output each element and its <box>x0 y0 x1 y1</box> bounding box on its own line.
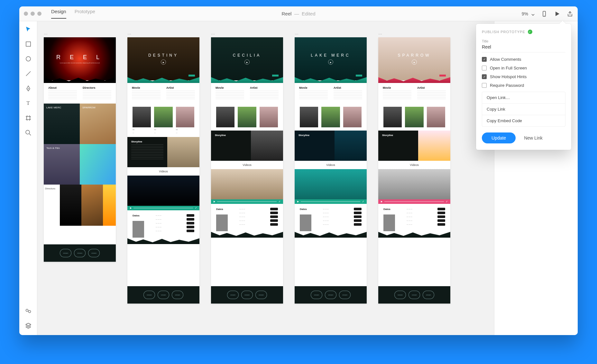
hero-cta[interactable] <box>272 75 279 77</box>
laurel-icon: WINNER <box>325 291 336 299</box>
artboard-home[interactable]: R E E L Lorem ipsum dolor sit amet conse… <box>44 37 116 262</box>
artboard-sparrow[interactable]: SPARROW▶ MovieArtist Storyline Videos ▶⤢… <box>378 37 450 304</box>
document-title: Reel — Edited <box>281 11 315 16</box>
dates-section: Dates— — —— — —— — —— — —— — — <box>295 204 367 235</box>
design-canvas[interactable]: … R E E L Lorem ipsum dolor sit amet con… <box>37 21 494 335</box>
play-icon[interactable]: ▶ <box>244 59 250 65</box>
minimize-dot[interactable] <box>31 12 35 16</box>
zoom-dropdown[interactable]: 9% <box>522 11 535 16</box>
cast-row <box>378 104 450 131</box>
published-check-icon: ✓ <box>528 30 532 34</box>
fullscreen-checkbox[interactable]: Open in Full Screen <box>482 66 565 70</box>
hotspot-hints-checkbox[interactable]: ✓Show Hotspot Hints <box>482 74 565 79</box>
open-link-item[interactable]: Open Link… <box>482 92 565 104</box>
ellipse-tool-icon[interactable] <box>25 55 32 62</box>
videos-heading: Videos <box>211 161 283 169</box>
checkbox-label: Require Password <box>490 83 524 88</box>
artboard-label[interactable]: … <box>127 31 199 35</box>
grid-thumb[interactable]: Tech & Film <box>44 144 80 185</box>
artist-heading: Artist <box>166 86 195 89</box>
pen-tool-icon[interactable] <box>25 85 32 92</box>
allow-comments-checkbox[interactable]: ✓Allow Comments <box>482 57 565 62</box>
dates-heading: Dates <box>300 208 319 211</box>
close-dot[interactable] <box>24 12 28 16</box>
link-actions-list: Open Link… Copy Link Copy Embed Code <box>482 92 565 127</box>
grid-thumb[interactable] <box>80 144 116 185</box>
zoom-tool-icon[interactable] <box>25 129 32 136</box>
new-link-button[interactable]: New Link <box>524 135 543 141</box>
laurel-icon: WINNER <box>143 291 155 299</box>
home-footer: WINNER WINNER WINNER <box>44 244 116 262</box>
maximize-dot[interactable] <box>37 12 41 16</box>
dates-section: Dates— — —— — —— — —— — —— — — <box>378 204 450 235</box>
artboard-tool-icon[interactable] <box>25 114 32 122</box>
video-bar[interactable]: ▶⤢ <box>378 199 450 204</box>
copy-link-item[interactable]: Copy Link <box>482 104 565 115</box>
video-thumb[interactable] <box>378 169 450 199</box>
cast-row <box>295 104 367 131</box>
artboard-label[interactable]: … <box>44 31 116 35</box>
select-tool-icon[interactable] <box>25 26 32 33</box>
laurel-icon: WINNER <box>255 291 267 299</box>
play-preview-icon[interactable] <box>554 11 560 17</box>
text-tool-icon[interactable]: T <box>25 100 32 107</box>
hero-cta[interactable] <box>188 75 195 77</box>
grid-thumb[interactable]: LAKE MERC <box>44 104 80 144</box>
hero-cta[interactable] <box>439 75 446 77</box>
update-button[interactable]: Update <box>482 132 516 143</box>
cast-row: —————— <box>127 104 199 137</box>
hero-cta[interactable] <box>356 75 362 77</box>
svg-rect-2 <box>26 42 31 46</box>
artist-heading: Artist <box>417 86 446 89</box>
copy-embed-item[interactable]: Copy Embed Code <box>482 115 565 126</box>
svg-point-1 <box>544 15 545 16</box>
tab-prototype[interactable]: Prototype <box>75 9 95 19</box>
artboard-label[interactable]: … <box>378 31 450 35</box>
video-bar[interactable]: ▶⤢ <box>211 199 283 204</box>
svg-point-4 <box>28 88 29 89</box>
grid-thumb[interactable]: SPARROW <box>80 104 116 144</box>
layers-icon[interactable] <box>25 322 32 329</box>
device-preview-icon[interactable] <box>541 11 547 17</box>
dates-section: Dates — — —— — —— — —— — —— — — <box>127 210 199 241</box>
checkbox-icon: ✓ <box>482 74 487 79</box>
artboard-destiny-wrap: … DESTINY ▶ MovieArtist —————— Storyline… <box>127 31 199 304</box>
videos-heading: Videos <box>378 161 450 169</box>
share-icon[interactable] <box>567 11 573 17</box>
video-thumb[interactable] <box>295 169 367 199</box>
publish-heading: PUBLISH PROTOTYPE ✓ <box>482 30 565 34</box>
artboard-label[interactable]: … <box>211 31 283 35</box>
video-bar[interactable]: ▶⤢ <box>127 206 199 210</box>
video-thumb[interactable] <box>211 169 283 199</box>
svg-point-3 <box>26 57 31 61</box>
tab-design[interactable]: Design <box>51 9 66 19</box>
video-thumb[interactable] <box>127 176 199 206</box>
artboard-lakemerc[interactable]: LAKE MERC▶ MovieArtist Storyline Videos … <box>295 37 367 304</box>
artist-heading: Artist <box>250 86 279 89</box>
home-hero: R E E L Lorem ipsum dolor sit amet conse… <box>44 37 116 80</box>
line-tool-icon[interactable] <box>25 70 32 77</box>
play-icon[interactable]: ▶ <box>328 59 333 65</box>
artist-heading: Artist <box>334 86 362 89</box>
artboard-cecilia[interactable]: CECILIA▶ MovieArtist Storyline Videos ▶⤢… <box>211 37 283 304</box>
require-password-checkbox[interactable]: Require Password <box>482 83 565 88</box>
play-icon[interactable]: ▶ <box>161 59 166 65</box>
artboard-destiny[interactable]: DESTINY ▶ MovieArtist —————— Storyline V… <box>127 37 199 304</box>
assets-icon[interactable] <box>25 307 32 314</box>
artboard-label[interactable]: … <box>295 31 367 35</box>
movie-footer: WINNERWINNERWINNER <box>378 286 450 304</box>
app-window: Design Prototype Reel — Edited 9% <box>19 6 578 335</box>
videos-heading: Videos <box>127 167 199 176</box>
movie-hero: LAKE MERC▶ <box>295 37 367 80</box>
window-controls <box>24 12 41 16</box>
title-field[interactable]: Reel <box>482 44 565 52</box>
video-bar[interactable]: ▶⤢ <box>295 199 367 204</box>
movie-footer: WINNERWINNERWINNER <box>295 286 367 304</box>
movie-heading: Movie <box>132 86 161 89</box>
about-heading: About <box>48 86 77 89</box>
strip-right-label <box>103 185 116 226</box>
rectangle-tool-icon[interactable] <box>25 41 32 48</box>
play-icon[interactable]: ▶ <box>412 59 417 65</box>
directors-strip: Directors <box>44 185 116 226</box>
checkbox-label: Show Hotspot Hints <box>490 74 527 79</box>
